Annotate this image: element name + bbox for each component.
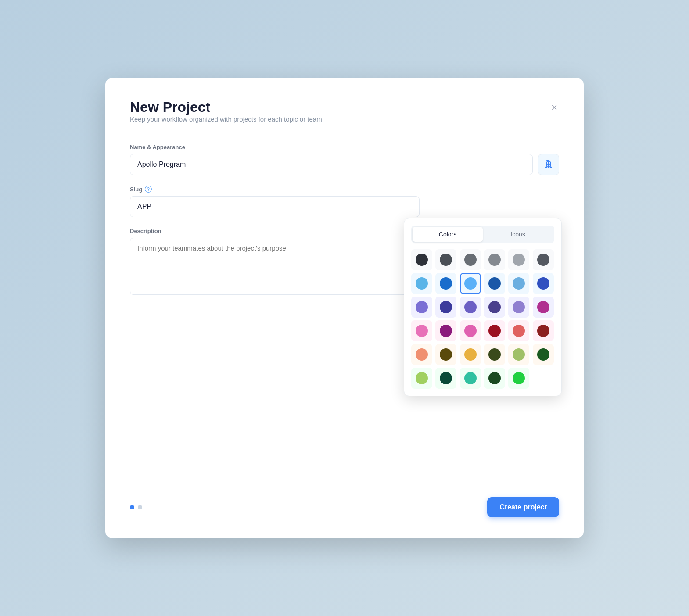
- color-cell[interactable]: [460, 297, 481, 318]
- color-cell[interactable]: [411, 320, 432, 341]
- modal-header: New Project Keep your workflow organized…: [130, 99, 559, 140]
- project-name-input[interactable]: [130, 154, 533, 175]
- slug-section: Slug ?: [130, 186, 559, 217]
- icon-picker-button[interactable]: [538, 154, 559, 175]
- description-input[interactable]: [130, 238, 420, 295]
- color-grid: [411, 249, 554, 389]
- page-title: New Project Keep your workflow organized…: [130, 99, 322, 140]
- modal-dialog: New Project Keep your workflow organized…: [105, 78, 584, 538]
- color-cell[interactable]: [460, 249, 481, 270]
- rocket-icon: [543, 159, 554, 170]
- color-cell[interactable]: [533, 320, 554, 341]
- color-cell[interactable]: [533, 249, 554, 270]
- color-cell[interactable]: [508, 297, 529, 318]
- slug-input[interactable]: [130, 196, 420, 217]
- color-cell[interactable]: [411, 344, 432, 365]
- slug-label: Slug ?: [130, 186, 559, 193]
- color-cell[interactable]: [508, 320, 529, 341]
- color-cell[interactable]: [435, 249, 456, 270]
- tab-icons[interactable]: Icons: [483, 227, 553, 242]
- color-cell-selected[interactable]: [460, 273, 481, 294]
- color-cell[interactable]: [484, 320, 505, 341]
- color-cell[interactable]: [484, 297, 505, 318]
- color-cell[interactable]: [484, 249, 505, 270]
- color-cell[interactable]: [435, 344, 456, 365]
- name-label: Name & Appearance: [130, 144, 559, 150]
- color-cell[interactable]: [484, 368, 505, 389]
- color-cell[interactable]: [411, 368, 432, 389]
- color-cell[interactable]: [411, 273, 432, 294]
- color-cell[interactable]: [460, 344, 481, 365]
- color-cell[interactable]: [435, 273, 456, 294]
- modal-footer: Create project: [130, 480, 559, 517]
- color-cell[interactable]: [508, 344, 529, 365]
- color-cell[interactable]: [435, 368, 456, 389]
- color-cell[interactable]: [508, 273, 529, 294]
- tabs-row: Colors Icons: [411, 226, 554, 243]
- color-cell[interactable]: [411, 297, 432, 318]
- color-cell[interactable]: [411, 249, 432, 270]
- color-cell[interactable]: [533, 297, 554, 318]
- pagination-dot-2: [138, 505, 142, 509]
- color-cell[interactable]: [435, 297, 456, 318]
- tab-colors[interactable]: Colors: [413, 227, 483, 242]
- close-button[interactable]: ×: [549, 100, 559, 115]
- color-cell[interactable]: [533, 344, 554, 365]
- slug-help-icon[interactable]: ?: [145, 186, 152, 193]
- color-cell[interactable]: [435, 320, 456, 341]
- pagination-dots: [130, 505, 142, 509]
- create-project-button[interactable]: Create project: [487, 497, 559, 517]
- color-cell[interactable]: [484, 344, 505, 365]
- color-cell[interactable]: [460, 368, 481, 389]
- color-cell[interactable]: [533, 273, 554, 294]
- color-picker-popup: Colors Icons: [404, 218, 562, 396]
- name-row: [130, 154, 559, 175]
- pagination-dot-1: [130, 505, 134, 509]
- color-cell[interactable]: [460, 320, 481, 341]
- color-cell[interactable]: [508, 249, 529, 270]
- color-cell[interactable]: [508, 368, 529, 389]
- color-cell[interactable]: [484, 273, 505, 294]
